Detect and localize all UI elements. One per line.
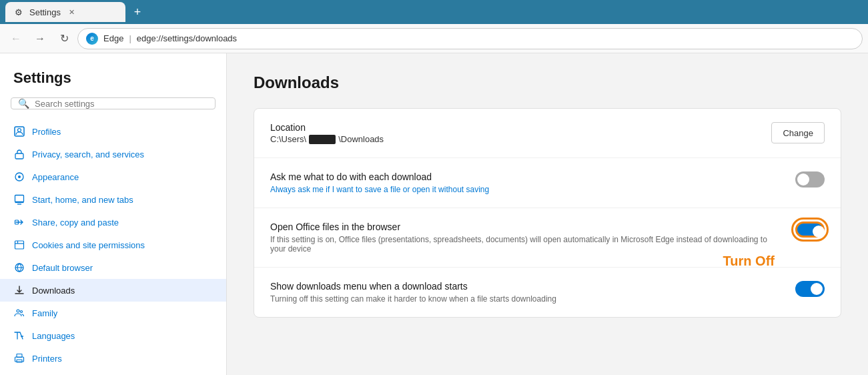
sidebar-item-languages[interactable]: Languages <box>0 324 226 347</box>
active-tab[interactable]: ⚙ Settings ✕ <box>5 2 125 22</box>
profiles-icon <box>13 125 25 137</box>
location-prefix: C:\Users\ <box>270 134 306 144</box>
location-label: Location <box>270 122 761 133</box>
browser-window: ⚙ Settings ✕ + ← → ↻ e Edge | edge://set… <box>0 0 868 375</box>
profiles-label: Profiles <box>32 127 61 137</box>
change-location-button[interactable]: Change <box>771 122 825 143</box>
share-copy-label: Share, copy and paste <box>32 218 119 228</box>
office-toggle-wrapper <box>795 222 825 238</box>
sidebar-item-family[interactable]: Family <box>0 302 226 324</box>
location-suffix: \Downloads <box>338 134 384 144</box>
address-separator: | <box>129 33 131 43</box>
family-icon <box>13 307 25 319</box>
sidebar-item-start-home[interactable]: Start, home, and new tabs <box>0 188 226 211</box>
sidebar-item-cookies[interactable]: Cookies and site permissions <box>0 234 226 256</box>
show-menu-label: Show downloads menu when a download star… <box>270 281 785 292</box>
svg-rect-7 <box>15 241 24 249</box>
default-browser-label: Default browser <box>32 263 93 273</box>
ask-setting-row: Ask me what to do with each download Alw… <box>254 158 841 208</box>
office-setting-info: Open Office files in the browser If this… <box>270 222 785 254</box>
sidebar-item-privacy[interactable]: Privacy, search, and services <box>0 143 226 165</box>
show-menu-desc: Turning off this setting can make it har… <box>270 294 785 304</box>
office-desc: If this setting is on, Office files (pre… <box>270 235 785 254</box>
sidebar-item-share-copy[interactable]: Share, copy and paste <box>0 211 226 234</box>
downloads-icon <box>13 284 25 296</box>
show-menu-setting-row: Show downloads menu when a download star… <box>254 268 841 317</box>
main-content: Settings 🔍 Profiles Privacy, search, and… <box>0 53 868 375</box>
refresh-button[interactable]: ↻ <box>53 28 75 49</box>
svg-point-1 <box>18 129 21 132</box>
start-home-icon <box>13 194 25 206</box>
main-panel: Downloads Location C:\Users\\Downloads C… <box>227 53 868 375</box>
turn-off-annotation: Turn Off <box>723 254 775 269</box>
edge-logo: e <box>86 33 98 45</box>
ask-toggle[interactable] <box>795 171 825 188</box>
nav-bar: ← → ↻ e Edge | edge://settings/downloads <box>0 24 868 53</box>
privacy-icon <box>13 148 25 160</box>
svg-point-9 <box>17 310 19 312</box>
location-redacted <box>309 135 336 144</box>
location-setting-row: Location C:\Users\\Downloads Change <box>254 109 841 158</box>
title-bar: ⚙ Settings ✕ + <box>0 0 868 24</box>
cookies-label: Cookies and site permissions <box>32 240 145 250</box>
tab-close-button[interactable]: ✕ <box>66 6 78 18</box>
printers-label: Printers <box>32 354 62 364</box>
sidebar-item-printers[interactable]: Printers <box>0 347 226 370</box>
svg-rect-5 <box>15 196 24 202</box>
ask-label: Ask me what to do with each download <box>270 171 785 182</box>
appearance-icon <box>13 171 25 183</box>
edge-label: Edge <box>103 33 123 43</box>
office-toggle-thumb <box>813 226 825 238</box>
office-label: Open Office files in the browser <box>270 222 785 232</box>
start-home-label: Start, home, and new tabs <box>32 195 133 205</box>
sidebar-title: Settings <box>0 64 226 97</box>
ask-desc: Always ask me if I want to save a file o… <box>270 185 785 194</box>
svg-point-4 <box>18 175 21 178</box>
location-setting-info: Location C:\Users\\Downloads <box>270 122 761 144</box>
tab-label: Settings <box>29 7 61 17</box>
search-box[interactable]: 🔍 <box>11 97 215 109</box>
svg-point-10 <box>21 311 23 313</box>
ask-setting-info: Ask me what to do with each download Alw… <box>270 171 785 194</box>
back-button[interactable]: ← <box>5 28 27 49</box>
search-icon: 🔍 <box>18 98 29 109</box>
sidebar-item-appearance[interactable]: Appearance <box>0 165 226 188</box>
turn-off-text: Turn Off <box>723 254 775 269</box>
languages-label: Languages <box>32 331 75 341</box>
ask-toggle-thumb <box>797 173 809 185</box>
address-url: edge://settings/downloads <box>137 33 237 43</box>
location-value: C:\Users\\Downloads <box>270 134 761 144</box>
office-toggle[interactable] <box>795 222 825 238</box>
address-bar[interactable]: e Edge | edge://settings/downloads <box>77 28 863 49</box>
show-menu-toggle[interactable] <box>795 281 825 297</box>
printers-icon <box>13 352 25 364</box>
privacy-label: Privacy, search, and services <box>32 149 144 159</box>
languages-icon <box>13 330 25 342</box>
sidebar-item-default-browser[interactable]: Default browser <box>0 256 226 279</box>
new-tab-button[interactable]: + <box>128 3 147 21</box>
downloads-settings-card: Location C:\Users\\Downloads Change Ask … <box>254 108 841 318</box>
show-menu-toggle-thumb <box>811 283 823 295</box>
appearance-label: Appearance <box>32 172 79 182</box>
family-label: Family <box>32 308 57 318</box>
page-title: Downloads <box>254 73 841 92</box>
search-input[interactable] <box>35 99 208 109</box>
cookies-icon <box>13 239 25 251</box>
default-browser-icon <box>13 262 25 274</box>
svg-rect-2 <box>15 153 23 159</box>
sidebar: Settings 🔍 Profiles Privacy, search, and… <box>0 53 227 375</box>
show-menu-setting-info: Show downloads menu when a download star… <box>270 281 785 304</box>
tab-gear-icon: ⚙ <box>13 7 24 17</box>
share-copy-icon <box>13 216 25 228</box>
forward-button[interactable]: → <box>29 28 51 49</box>
sidebar-item-downloads[interactable]: Downloads <box>0 279 226 302</box>
sidebar-item-profiles[interactable]: Profiles <box>0 120 226 143</box>
downloads-label: Downloads <box>32 286 75 296</box>
